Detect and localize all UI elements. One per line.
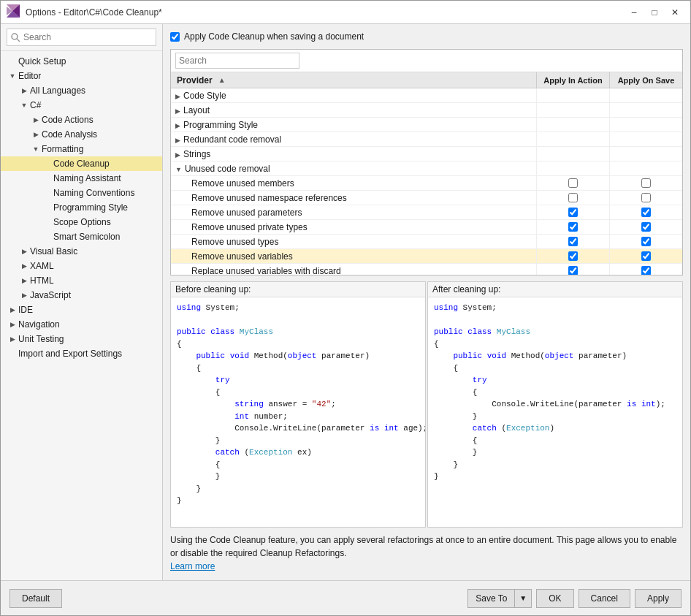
action-checkbox-remove-unused-types[interactable]	[568, 237, 578, 246]
code-token: {	[434, 364, 458, 373]
save-checkbox-remove-unused-vars[interactable]	[641, 251, 651, 261]
sidebar-item-formatting[interactable]: ▼Formatting	[1, 142, 162, 156]
save-col-remove-unused-private[interactable]	[609, 220, 682, 234]
save-checkbox-remove-unused-types[interactable]	[641, 237, 651, 246]
apply-checkbox[interactable]	[170, 32, 180, 42]
provider-row-remove-unused-vars[interactable]: Remove unused variables	[171, 249, 682, 264]
sidebar-item-smart-semicolon[interactable]: Smart Semicolon	[1, 229, 162, 244]
sidebar: Quick Setup▼Editor▶All Languages▼C#▶Code…	[1, 24, 163, 580]
save-col-remove-unused-ns[interactable]	[609, 191, 682, 205]
code-line: public class MyClass	[177, 326, 419, 338]
provider-row-layout[interactable]: ▶ Layout	[171, 103, 682, 118]
tree-label-scope-options: Scope Options	[53, 217, 111, 227]
provider-row-remove-unused-ns[interactable]: Remove unused namespace references	[171, 191, 682, 205]
sidebar-item-code-cleanup[interactable]: Code Cleanup	[1, 156, 162, 171]
provider-row-code-style[interactable]: ▶ Code Style	[171, 88, 682, 103]
sidebar-item-code-analysis[interactable]: ▶Code Analysis	[1, 127, 162, 142]
save-checkbox-remove-unused-members[interactable]	[641, 178, 651, 188]
provider-row-programming-style[interactable]: ▶ Programming Style	[171, 118, 682, 132]
provider-row-remove-unused-types[interactable]: Remove unused types	[171, 235, 682, 249]
save-checkbox-remove-unused-params[interactable]	[641, 208, 651, 217]
action-checkbox-remove-unused-members[interactable]	[568, 178, 578, 188]
tree-label-all-languages: All Languages	[30, 85, 85, 96]
action-checkbox-remove-unused-ns[interactable]	[568, 193, 578, 202]
sidebar-item-editor[interactable]: ▼Editor	[1, 69, 162, 83]
sidebar-item-code-actions[interactable]: ▶Code Actions	[1, 113, 162, 127]
sidebar-item-unit-testing[interactable]: ▶Unit Testing	[1, 332, 162, 346]
code-token: catch	[177, 448, 244, 457]
action-col-remove-unused-members[interactable]	[536, 176, 609, 190]
provider-row-name-remove-unused-ns: Remove unused namespace references	[171, 193, 536, 203]
provider-row-name-remove-unused-types: Remove unused types	[171, 237, 536, 247]
code-token: answer =	[268, 400, 311, 408]
save-checkbox-replace-unused-discard[interactable]	[641, 266, 651, 275]
action-col-remove-unused-vars[interactable]	[536, 249, 609, 263]
provider-row-remove-unused-members[interactable]: Remove unused members	[171, 176, 682, 191]
default-button[interactable]: Default	[9, 589, 62, 608]
ok-button[interactable]: OK	[536, 589, 573, 608]
provider-row-redundant-code[interactable]: ▶ Redundant code removal	[171, 132, 682, 147]
save-to-button[interactable]: Save To	[467, 589, 514, 608]
code-line: {	[177, 459, 419, 471]
action-checkbox-remove-unused-private[interactable]	[568, 222, 578, 232]
sidebar-item-import-export[interactable]: Import and Export Settings	[1, 346, 162, 361]
action-col-remove-unused-private[interactable]	[536, 220, 609, 234]
sidebar-item-naming-assistant[interactable]: Naming Assistant	[1, 171, 162, 186]
sidebar-search-input[interactable]	[7, 28, 156, 46]
action-checkbox-remove-unused-vars[interactable]	[568, 251, 578, 261]
action-checkbox-replace-unused-discard[interactable]	[568, 266, 578, 275]
learn-more-link[interactable]: Learn more	[170, 561, 215, 571]
save-col-replace-unused-discard[interactable]	[609, 264, 682, 275]
save-checkbox-remove-unused-private[interactable]	[641, 222, 651, 232]
provider-row-remove-unused-params[interactable]: Remove unused parameters	[171, 205, 682, 220]
sidebar-item-programming-style[interactable]: Programming Style	[1, 200, 162, 215]
apply-button[interactable]: Apply	[635, 589, 682, 608]
save-to-dropdown-button[interactable]: ▼	[514, 589, 532, 608]
cancel-button[interactable]: Cancel	[579, 589, 630, 608]
provider-row-strings[interactable]: ▶ Strings	[171, 147, 682, 161]
code-line: public void Method(object parameter)	[434, 350, 676, 362]
code-token: public	[434, 351, 487, 360]
action-col-remove-unused-types[interactable]	[536, 235, 609, 248]
provider-list: ▶ Code Style▶ Layout▶ Programming Style▶…	[171, 88, 682, 275]
before-label: Before cleaning up:	[171, 282, 425, 297]
sidebar-item-all-languages[interactable]: ▶All Languages	[1, 83, 162, 98]
action-col-remove-unused-params[interactable]	[536, 205, 609, 219]
sidebar-item-quick-setup[interactable]: Quick Setup	[1, 54, 162, 69]
sidebar-item-ide[interactable]: ▶IDE	[1, 303, 162, 317]
sidebar-item-csharp[interactable]: ▼C#	[1, 98, 162, 113]
before-code-content[interactable]: using System; public class MyClass{ publ…	[171, 297, 425, 527]
save-col-remove-unused-types[interactable]	[609, 235, 682, 248]
minimize-button[interactable]: –	[625, 4, 644, 20]
after-code-content[interactable]: using System; public class MyClass{ publ…	[428, 297, 682, 527]
sidebar-item-visual-basic[interactable]: ▶Visual Basic	[1, 244, 162, 259]
action-col-replace-unused-discard[interactable]	[536, 264, 609, 275]
code-line: catch (Exception)	[434, 422, 676, 435]
provider-row-replace-unused-discard[interactable]: Replace unused variables with discard	[171, 264, 682, 275]
save-checkbox-remove-unused-ns[interactable]	[641, 193, 651, 202]
sidebar-item-scope-options[interactable]: Scope Options	[1, 215, 162, 229]
provider-row-remove-unused-private[interactable]: Remove unused private types	[171, 220, 682, 235]
provider-header: Provider ▲ Apply In Action Apply On Save	[171, 72, 682, 88]
save-col-remove-unused-members[interactable]	[609, 176, 682, 190]
sidebar-item-javascript[interactable]: ▶JavaScript	[1, 288, 162, 303]
sidebar-item-navigation[interactable]: ▶Navigation	[1, 317, 162, 332]
code-token: number;	[254, 412, 288, 421]
action-col-remove-unused-ns[interactable]	[536, 191, 609, 205]
provider-row-name-remove-unused-vars: Remove unused variables	[171, 251, 536, 262]
code-token: .WriteLine(	[525, 400, 579, 408]
save-col-remove-unused-params[interactable]	[609, 205, 682, 219]
code-token: Method(	[254, 351, 288, 360]
provider-search-input[interactable]	[175, 53, 299, 69]
code-line: }	[434, 471, 676, 483]
provider-row-unused-code[interactable]: ▼ Unused code removal	[171, 161, 682, 176]
sidebar-item-html[interactable]: ▶HTML	[1, 273, 162, 288]
save-col-remove-unused-vars[interactable]	[609, 249, 682, 263]
maximize-button[interactable]: □	[645, 4, 664, 20]
apply-label: Apply Code Cleanup when saving a documen…	[184, 31, 364, 42]
action-checkbox-remove-unused-params[interactable]	[568, 208, 578, 217]
sidebar-item-xaml[interactable]: ▶XAML	[1, 259, 162, 273]
close-button[interactable]: ✕	[665, 4, 684, 20]
sidebar-item-naming-conventions[interactable]: Naming Conventions	[1, 186, 162, 200]
tree-label-smart-semicolon: Smart Semicolon	[53, 232, 120, 242]
